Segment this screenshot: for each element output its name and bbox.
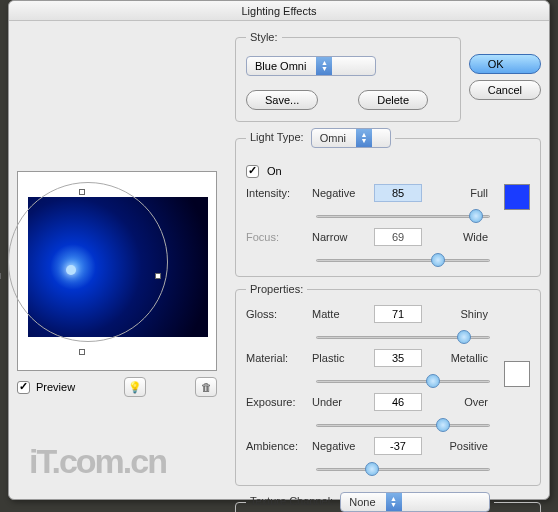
exposure-input[interactable] [374, 393, 422, 411]
preview-area[interactable] [17, 171, 217, 371]
texture-group: Texture Channel: None ▲▼ White is high H… [235, 492, 541, 512]
light-on-label: On [267, 165, 282, 177]
material-input[interactable] [374, 349, 422, 367]
lightbulb-icon[interactable]: 💡 [124, 377, 146, 397]
style-select[interactable]: Blue Omni ▲▼ [246, 56, 376, 76]
focus-input [374, 228, 422, 246]
light-handle[interactable] [79, 349, 85, 355]
preview-label: Preview [36, 381, 75, 393]
texture-channel-label: Texture Channel: [250, 495, 333, 507]
light-type-label: Light Type: [250, 131, 304, 143]
light-type-select[interactable]: Omni ▲▼ [311, 128, 391, 148]
focus-slider [316, 252, 490, 268]
gloss-slider[interactable] [316, 329, 490, 345]
material-slider[interactable] [316, 373, 490, 389]
intensity-slider[interactable] [316, 208, 490, 224]
style-label: Style: [246, 31, 282, 43]
trash-icon[interactable]: 🗑 [195, 377, 217, 397]
preview-checkbox[interactable] [17, 381, 30, 394]
preview-image [28, 197, 208, 337]
light-handle[interactable] [79, 189, 85, 195]
light-type-group: Light Type: Omni ▲▼ On Intensity: Negati… [235, 128, 541, 277]
exposure-slider[interactable] [316, 417, 490, 433]
cancel-button[interactable]: Cancel [469, 80, 541, 100]
watermark-logo: iT.com.cn [29, 442, 166, 481]
gloss-input[interactable] [374, 305, 422, 323]
light-center-handle[interactable] [66, 265, 76, 275]
style-group: Style: Blue Omni ▲▼ Save... Delete [235, 31, 461, 122]
ambience-input[interactable] [374, 437, 422, 455]
intensity-input[interactable] [374, 184, 422, 202]
ambience-slider[interactable] [316, 461, 490, 477]
chevron-updown-icon: ▲▼ [386, 492, 402, 512]
intensity-label: Intensity: [246, 187, 308, 199]
save-button[interactable]: Save... [246, 90, 318, 110]
chevron-updown-icon: ▲▼ [316, 56, 332, 76]
texture-channel-select[interactable]: None ▲▼ [340, 492, 490, 512]
dialog-title: Lighting Effects [9, 1, 549, 21]
ok-button[interactable]: OK [469, 54, 541, 74]
ambient-color-swatch[interactable] [504, 361, 530, 387]
light-handle[interactable] [0, 273, 1, 279]
properties-label: Properties: [246, 283, 307, 295]
properties-group: Properties: Gloss: Matte Shiny Material:… [235, 283, 541, 486]
lighting-effects-dialog: Lighting Effects Preview 💡 � [8, 0, 550, 500]
light-color-swatch[interactable] [504, 184, 530, 210]
light-on-checkbox[interactable] [246, 165, 259, 178]
chevron-updown-icon: ▲▼ [356, 128, 372, 148]
delete-button[interactable]: Delete [358, 90, 428, 110]
focus-label: Focus: [246, 231, 308, 243]
